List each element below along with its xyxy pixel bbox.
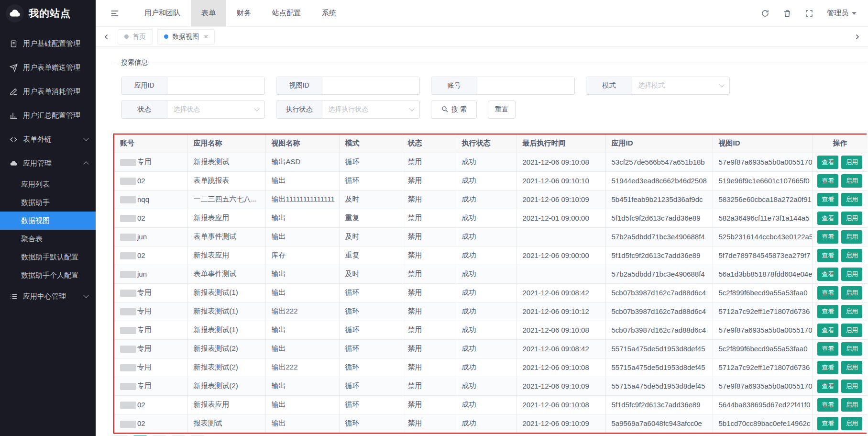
enable-button[interactable]: 启用 (841, 380, 862, 393)
table-cell: 2021-12-06 09:10:08 (516, 153, 605, 171)
view-button[interactable]: 查看 (817, 249, 838, 262)
table-cell: 2021-12-06 09:10:10 (516, 171, 605, 190)
view-button[interactable]: 查看 (817, 156, 838, 169)
enable-button[interactable]: 启用 (841, 249, 862, 262)
view-button[interactable]: 查看 (817, 230, 838, 244)
exec-status-label: 执行状态 (276, 101, 322, 118)
topnav-item-3[interactable]: 站点配置 (262, 0, 311, 26)
sidebar-subitem-5-0[interactable]: 应用列表 (0, 175, 96, 193)
tab-0[interactable]: 首页 (118, 29, 153, 45)
sidebar-item-3[interactable]: 用户汇总配置管理 (0, 103, 96, 127)
topnav-item-2[interactable]: 财务 (226, 0, 262, 26)
status-select[interactable]: 选择状态 (167, 101, 264, 118)
tab-dot-icon (164, 34, 168, 39)
tabs-scroll-left-icon[interactable] (100, 33, 113, 41)
view-button[interactable]: 查看 (817, 380, 838, 393)
actions-cell: 查看启用 (812, 321, 868, 339)
refresh-icon[interactable] (761, 9, 769, 18)
view-button[interactable]: 查看 (817, 342, 838, 356)
enable-button[interactable]: 启用 (841, 230, 862, 244)
top-navigation: 用户和团队表单财务站点配置系统 (134, 0, 347, 26)
table-cell: 成功 (456, 321, 516, 339)
topnav-item-4[interactable]: 系统 (311, 0, 347, 26)
fullscreen-icon[interactable] (805, 9, 813, 18)
user-menu[interactable]: 管理员 (827, 9, 857, 18)
enable-button[interactable]: 启用 (841, 305, 862, 318)
account-cell: 专用 (114, 358, 187, 377)
tab-1[interactable]: 数据视图× (157, 29, 215, 45)
sidebar-item-0[interactable]: 用户基础配置管理 (0, 32, 96, 56)
enable-button[interactable]: 启用 (841, 286, 862, 300)
sidebar-item-2[interactable]: 用户表单消耗管理 (0, 79, 96, 103)
table-cell: 循环 (339, 153, 402, 171)
sidebar-subitem-5-1[interactable]: 数据助手 (0, 193, 96, 212)
user-label: 管理员 (827, 9, 848, 18)
redaction-block (120, 215, 136, 222)
sidebar-subitem-5-3[interactable]: 聚合表 (0, 230, 96, 248)
actions-cell: 查看启用 (812, 265, 868, 283)
enable-button[interactable]: 启用 (841, 361, 862, 374)
enable-button[interactable]: 启用 (841, 417, 862, 430)
enable-button[interactable]: 启用 (841, 174, 862, 188)
status-label: 状态 (121, 101, 167, 118)
account-cell: 专用 (114, 302, 187, 321)
view-id-input[interactable] (322, 77, 419, 94)
table-cell: 输出222 (265, 302, 339, 321)
cloud-icon (10, 159, 18, 168)
enable-button[interactable]: 启用 (841, 268, 862, 281)
view-button[interactable]: 查看 (817, 193, 838, 206)
table-cell: 2021-12-06 09:10:09 (516, 414, 605, 433)
tabs-scroll-right-icon[interactable] (851, 33, 863, 41)
view-button[interactable]: 查看 (817, 174, 838, 188)
topnav-item-0[interactable]: 用户和团队 (134, 0, 191, 26)
table-cell: 新报表测试(1) (187, 321, 265, 339)
enable-button[interactable]: 启用 (841, 193, 862, 206)
table-cell: 表单跳报表 (187, 171, 265, 190)
view-button[interactable]: 查看 (817, 305, 838, 318)
view-button[interactable]: 查看 (817, 286, 838, 300)
account-field-group: 账号 (431, 77, 575, 95)
view-button[interactable]: 查看 (817, 361, 838, 374)
sidebar-item-5[interactable]: 应用管理 (0, 151, 96, 175)
table-cell: 循环 (339, 395, 402, 414)
app-id-input[interactable] (167, 77, 264, 94)
enable-button[interactable]: 启用 (841, 324, 862, 337)
table-cell: 56a1d3bb851878fdd604e04e (713, 265, 812, 283)
sidebar-item-4[interactable]: 表单外链 (0, 127, 96, 151)
exec-status-select[interactable]: 选择执行状态 (322, 101, 419, 118)
trash-icon[interactable] (783, 9, 791, 18)
table-cell: 及时 (339, 265, 402, 283)
sidebar-subitem-5-2[interactable]: 数据视图 (0, 212, 96, 230)
reset-button[interactable]: 重置 (488, 101, 516, 119)
sidebar-item-1[interactable]: 用户表单赠送管理 (0, 56, 96, 79)
table-cell: 2021-12-06 09:08:42 (516, 283, 605, 302)
account-input[interactable] (477, 77, 574, 94)
table-cell: 禁用 (402, 209, 456, 227)
table-row: jun表单事件测试输出及时禁用成功57b2a5dbdd71bc3e490688f… (114, 227, 868, 246)
column-header-0: 账号 (114, 134, 187, 153)
enable-button[interactable]: 启用 (841, 398, 862, 412)
view-button[interactable]: 查看 (817, 417, 838, 430)
sidebar-subitem-5-4[interactable]: 数据助手默认配置 (0, 248, 96, 266)
view-button[interactable]: 查看 (817, 268, 838, 281)
close-icon[interactable]: × (204, 33, 208, 41)
table-cell: 55715a475de5d1953d8def45 (605, 339, 713, 358)
search-button[interactable]: 搜 索 (431, 101, 477, 119)
enable-button[interactable]: 启用 (841, 342, 862, 356)
view-button[interactable]: 查看 (817, 212, 838, 225)
table-cell: 5b1cd70cc89bac0efe14962c (713, 414, 812, 433)
view-button[interactable]: 查看 (817, 398, 838, 412)
mode-select[interactable]: 选择模式 (632, 77, 729, 94)
table-cell: 输出 (265, 265, 339, 283)
sidebar-subitem-5-5[interactable]: 数据助手个人配置 (0, 266, 96, 284)
enable-button[interactable]: 启用 (841, 212, 862, 225)
view-button[interactable]: 查看 (817, 324, 838, 337)
table-cell: 及时 (339, 190, 402, 209)
sidebar-item-6[interactable]: 应用中心管理 (0, 284, 96, 308)
mode-label: 模式 (586, 77, 632, 94)
collapse-menu-icon[interactable] (96, 9, 134, 18)
enable-button[interactable]: 启用 (841, 156, 862, 169)
data-table-highlighted: 账号应用名称视图名称模式状态执行状态最后执行时间应用ID视图ID操作 专用新报表… (113, 134, 867, 434)
topnav-item-1[interactable]: 表单 (191, 0, 226, 26)
actions-cell: 查看启用 (812, 246, 868, 265)
